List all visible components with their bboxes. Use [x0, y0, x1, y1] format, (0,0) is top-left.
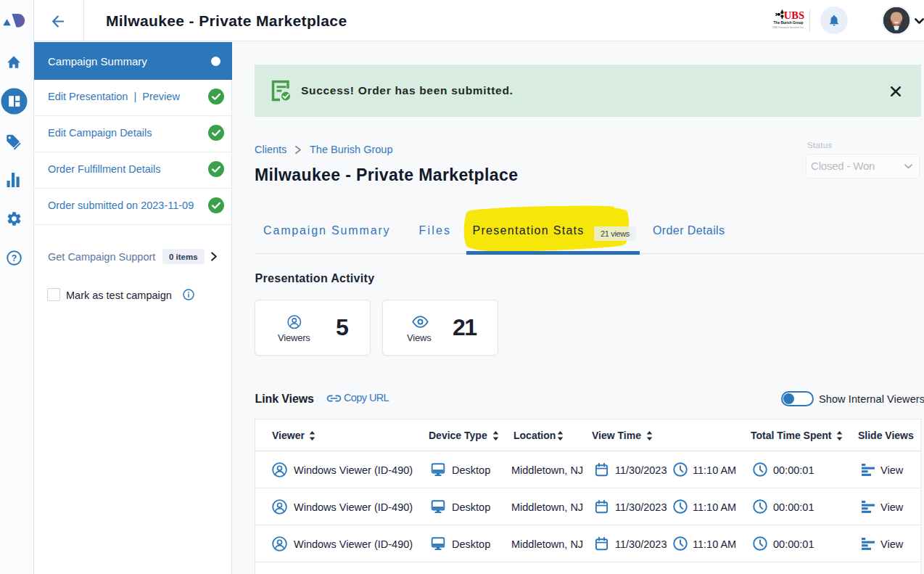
- svg-text:UBS Financial Services Inc.: UBS Financial Services Inc.: [772, 26, 804, 29]
- svg-text:?: ?: [12, 253, 17, 263]
- svg-text:UBS: UBS: [784, 9, 804, 21]
- svg-text:The Burish Group: The Burish Group: [774, 21, 804, 25]
